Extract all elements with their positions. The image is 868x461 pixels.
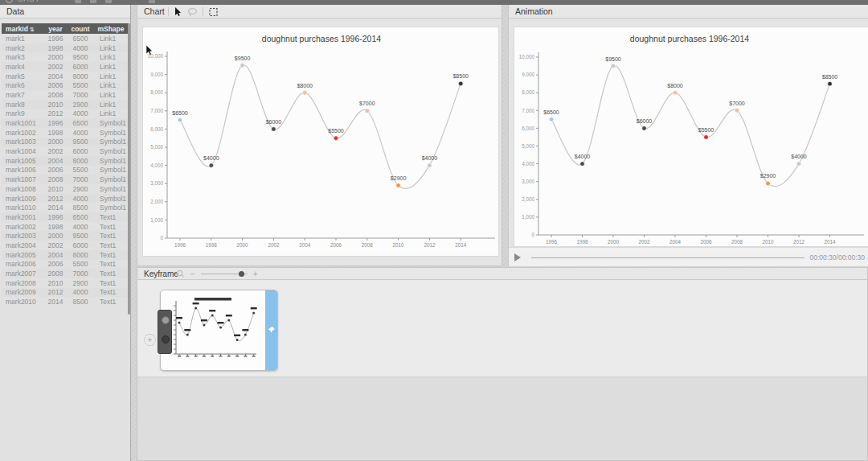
table-row[interactable]: mark620065500Link1 <box>2 80 129 90</box>
data-point-2004[interactable] <box>673 91 677 95</box>
table-row[interactable]: mark119966500Link1 <box>2 34 129 43</box>
table-row[interactable]: mark320009500Link1 <box>2 52 129 62</box>
zoom-out-button[interactable]: − <box>190 268 195 280</box>
table-row[interactable]: mark200720087000Text1 <box>2 269 129 278</box>
keyframe-zoom-slider[interactable] <box>201 274 248 274</box>
data-point-2008[interactable] <box>365 109 369 113</box>
data-point-2012[interactable] <box>796 162 800 166</box>
table-cell: 2004 <box>43 156 68 166</box>
slider-thumb[interactable] <box>239 271 244 277</box>
table-row[interactable]: mark100620065500Symbol1 <box>2 166 129 175</box>
x-tick-label: 2014 <box>455 242 467 248</box>
data-point-2014[interactable] <box>459 81 463 85</box>
handle-knob-top[interactable] <box>162 316 170 324</box>
data-point-2010[interactable] <box>766 181 770 185</box>
main-chart: doughnut purchases 1996-201401,0002,0003… <box>143 27 498 256</box>
sort-icon[interactable]: ⇅ <box>30 27 35 32</box>
table-row[interactable]: mark101020148500Symbol1 <box>2 203 129 212</box>
data-point-2014[interactable] <box>828 81 832 85</box>
table-row[interactable]: mark100720087000Symbol1 <box>2 175 129 184</box>
add-keyframe-button[interactable]: + <box>144 334 156 346</box>
animation-canvas: doughnut purchases 1996-201401,0002,0003… <box>514 27 868 247</box>
marquee-select-tool-icon[interactable] <box>208 7 219 17</box>
point-label: $8000 <box>667 83 683 88</box>
data-point-2006[interactable] <box>334 136 338 140</box>
data-point-2006[interactable] <box>704 135 708 139</box>
table-row[interactable]: mark200820102900Text1 <box>2 278 129 288</box>
toolbar-icon-4[interactable] <box>149 0 155 3</box>
play-button[interactable] <box>514 253 521 261</box>
mini-point-label <box>234 335 240 336</box>
data-point-2000[interactable] <box>240 64 244 68</box>
data-point-2002[interactable] <box>272 127 276 131</box>
table-cell: Text1 <box>93 260 129 270</box>
line-series <box>180 65 461 189</box>
column-header-year[interactable]: year <box>43 23 68 34</box>
table-row[interactable]: mark200420026000Text1 <box>2 241 129 250</box>
lasso-tool-icon[interactable] <box>187 7 198 17</box>
table-row[interactable]: mark200920124000Text1 <box>2 288 129 298</box>
column-header-markid[interactable]: markId⇅ <box>2 23 43 34</box>
table-row[interactable]: mark200520048000Text1 <box>2 250 129 260</box>
handle-knob-bottom[interactable] <box>162 335 170 344</box>
data-point-1996[interactable] <box>549 117 553 121</box>
table-cell: mark1006 <box>2 166 43 175</box>
data-point-1996[interactable] <box>178 117 182 121</box>
table-cell: 2008 <box>43 269 68 278</box>
column-header-mshape[interactable]: mShape <box>93 23 129 34</box>
table-cell: Text1 <box>93 250 129 260</box>
table-row[interactable]: mark720087000Link1 <box>2 90 129 100</box>
mini-x-label <box>194 356 198 356</box>
chart-canvas[interactable]: doughnut purchases 1996-201401,0002,0003… <box>142 27 499 257</box>
table-row[interactable]: mark200620065500Text1 <box>2 260 129 270</box>
table-row[interactable]: mark200119966500Text1 <box>2 212 129 222</box>
y-tick-label: 0 <box>531 232 534 237</box>
keyframe-thumbnail-card[interactable] <box>160 290 278 371</box>
data-scrollbar[interactable] <box>128 23 130 315</box>
table-row[interactable]: mark820102900Link1 <box>2 100 129 109</box>
data-point-2002[interactable] <box>642 126 646 130</box>
table-row[interactable]: mark100920124000Symbol1 <box>2 194 129 204</box>
data-point-1998[interactable] <box>580 162 584 166</box>
table-row[interactable]: mark920124000Link1 <box>2 109 129 119</box>
table-cell: mark1002 <box>2 128 43 138</box>
toolbar-icon-3[interactable] <box>105 0 112 3</box>
data-point-2012[interactable] <box>428 163 432 167</box>
cursor-tool-icon[interactable] <box>174 6 182 17</box>
point-label: $4000 <box>203 155 219 161</box>
table-row[interactable]: mark100520048000Symbol1 <box>2 156 129 166</box>
pin-icon <box>268 326 276 335</box>
table-cell: 5500 <box>68 260 93 270</box>
playback-progress[interactable] <box>531 257 805 258</box>
x-tick-label: 2000 <box>608 239 620 245</box>
table-row[interactable]: mark100219984000Symbol1 <box>2 128 129 138</box>
mini-point-label <box>176 317 182 319</box>
table-row[interactable]: mark420026000Link1 <box>2 62 129 72</box>
table-cell: 4000 <box>68 109 93 119</box>
keyframe-pin-strip[interactable] <box>265 290 277 370</box>
data-point-2008[interactable] <box>735 109 739 113</box>
toolbar-icon-1[interactable] <box>75 0 81 3</box>
data-point-1998[interactable] <box>209 163 213 167</box>
toolbar-icon-2[interactable] <box>90 0 96 3</box>
column-header-count[interactable]: count <box>68 23 93 34</box>
table-header-row: markId⇅ year count mShape <box>2 23 129 34</box>
zoom-in-button[interactable]: + <box>253 268 258 280</box>
table-row[interactable]: mark200320009500Text1 <box>2 231 129 241</box>
table-row[interactable]: mark100320009500Symbol1 <box>2 138 129 147</box>
table-row[interactable]: mark100420026000Symbol1 <box>2 146 129 156</box>
point-label: $7000 <box>359 101 375 106</box>
table-row[interactable]: mark200219984000Text1 <box>2 222 129 232</box>
keyframe-drag-handle[interactable] <box>158 310 172 354</box>
table-row[interactable]: mark219984000Link1 <box>2 43 129 53</box>
data-point-2010[interactable] <box>396 183 400 187</box>
table-row[interactable]: mark201020148500Text1 <box>2 297 129 307</box>
data-point-2000[interactable] <box>611 64 615 68</box>
y-tick-label: 5,000 <box>150 144 163 150</box>
table-row[interactable]: mark100820102900Symbol1 <box>2 184 129 194</box>
table-row[interactable]: mark520048000Link1 <box>2 72 129 81</box>
data-point-2004[interactable] <box>303 91 307 95</box>
table-row[interactable]: mark100119966500Symbol1 <box>2 118 129 128</box>
table-cell: Text1 <box>93 278 129 288</box>
table-cell: 2014 <box>43 297 68 307</box>
